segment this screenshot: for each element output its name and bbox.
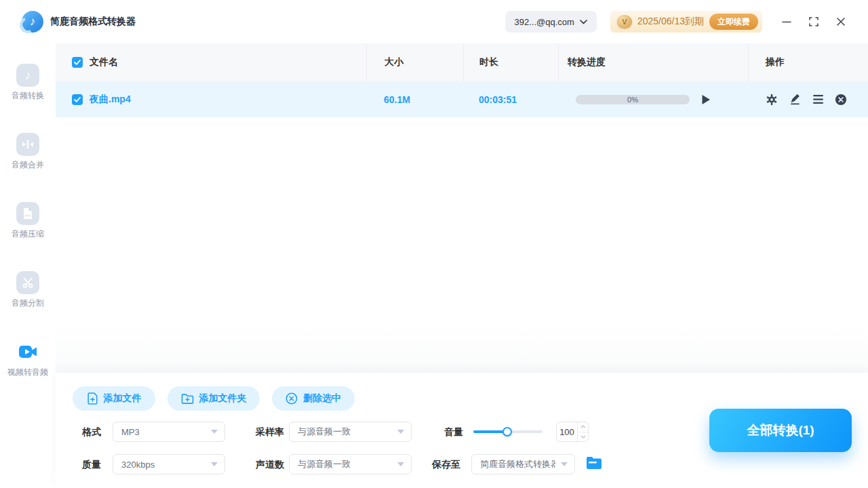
bottom-panel: 添加文件 添加文件夹 删除选中 格式 MP3 采样率 xyxy=(56,373,868,488)
window-controls xyxy=(776,11,852,33)
caret-down-icon xyxy=(211,462,218,466)
spinner-down-button[interactable] xyxy=(578,432,588,442)
account-label: 392...@qq.com xyxy=(515,17,574,27)
header-duration: 时长 xyxy=(463,43,558,81)
table-row[interactable]: 夜曲.mp4 60.1M 00:03:51 0% xyxy=(56,81,868,117)
row-actions xyxy=(748,94,847,106)
renew-button[interactable]: 立即续费 xyxy=(709,14,758,30)
sidebar-item-audio-convert[interactable]: ♪ 音频转换 xyxy=(12,64,44,102)
sidebar-item-label: 视频转音频 xyxy=(7,367,48,378)
minimize-button[interactable] xyxy=(776,11,797,33)
app-logo-icon: ♪ xyxy=(22,11,43,33)
volume-slider[interactable] xyxy=(473,422,542,442)
gear-icon xyxy=(766,94,778,106)
scissors-icon xyxy=(16,271,39,294)
sample-rate-dropdown[interactable]: 与源音频一致 xyxy=(289,422,412,442)
settings-button[interactable] xyxy=(766,94,778,106)
app-title: 简鹿音频格式转换器 xyxy=(50,16,136,28)
volume-spinner xyxy=(577,422,588,441)
pencil-icon xyxy=(789,94,801,105)
channels-value: 与源音频一致 xyxy=(298,458,351,470)
details-button[interactable] xyxy=(812,94,824,106)
save-to-dropdown[interactable]: 简鹿音频格式转换器 xyxy=(471,454,575,474)
check-icon xyxy=(74,60,81,65)
file-size: 60.1M xyxy=(366,81,463,117)
caret-down-icon xyxy=(561,462,568,466)
add-folder-label: 添加文件夹 xyxy=(199,392,247,405)
brand: ♪ 简鹿音频格式转换器 xyxy=(22,11,136,33)
file-duration: 00:03:51 xyxy=(463,81,558,117)
volume-label: 音量 xyxy=(444,422,463,442)
sidebar-item-audio-split[interactable]: 音频分割 xyxy=(12,271,44,309)
close-button[interactable] xyxy=(830,11,852,33)
vip-badge-icon: V xyxy=(617,15,632,28)
sidebar-item-label: 音频分割 xyxy=(12,298,44,309)
play-button[interactable] xyxy=(700,94,712,106)
vip-expiry-text: 2025/06/13到期 xyxy=(637,16,704,28)
add-file-button[interactable]: 添加文件 xyxy=(73,386,155,411)
app-window: ♪ 简鹿音频格式转换器 392...@qq.com V 2025/06/13到期… xyxy=(0,0,868,488)
header-filename: 文件名 xyxy=(90,56,118,68)
format-value: MP3 xyxy=(121,427,140,437)
header-size: 大小 xyxy=(366,43,463,81)
volume-value: 100 xyxy=(557,422,577,441)
maximize-icon xyxy=(809,17,818,26)
caret-down-icon xyxy=(397,462,404,466)
sample-rate-label: 采样率 xyxy=(256,422,284,442)
merge-icon xyxy=(16,133,39,156)
file-list-area xyxy=(56,117,868,373)
compress-icon xyxy=(16,202,39,225)
check-icon xyxy=(74,97,81,102)
music-note-icon: ♪ xyxy=(16,64,39,87)
close-circle-icon xyxy=(835,94,847,106)
row-checkbox[interactable] xyxy=(72,94,83,105)
header-actions: 操作 xyxy=(748,43,868,81)
spinner-up-button[interactable] xyxy=(578,422,588,432)
quality-value: 320kbps xyxy=(121,460,155,470)
file-name: 夜曲.mp4 xyxy=(90,94,131,106)
delete-selected-button[interactable]: 删除选中 xyxy=(272,386,355,411)
slider-thumb[interactable] xyxy=(502,427,512,436)
select-all-checkbox[interactable] xyxy=(72,57,83,68)
add-folder-button[interactable]: 添加文件夹 xyxy=(167,386,260,411)
titlebar-right: 392...@qq.com V 2025/06/13到期 立即续费 xyxy=(505,11,852,33)
add-folder-icon xyxy=(181,393,194,405)
add-file-label: 添加文件 xyxy=(104,392,142,405)
title-bar: ♪ 简鹿音频格式转换器 392...@qq.com V 2025/06/13到期… xyxy=(0,0,868,43)
open-folder-button[interactable] xyxy=(586,456,602,472)
close-icon xyxy=(836,17,846,26)
sidebar-item-label: 音频合并 xyxy=(12,159,44,171)
main-content: 文件名 大小 时长 转换进度 操作 夜曲.mp4 60.1M 00:03:51 xyxy=(56,43,868,488)
sample-rate-value: 与源音频一致 xyxy=(298,426,351,438)
progress-bar: 0% xyxy=(576,95,690,104)
sidebar-item-audio-compress[interactable]: 音频压缩 xyxy=(12,202,44,240)
channels-dropdown[interactable]: 与源音频一致 xyxy=(289,454,412,474)
convert-all-button[interactable]: 全部转换(1) xyxy=(709,409,852,452)
account-dropdown[interactable]: 392...@qq.com xyxy=(505,11,597,33)
sidebar-item-label: 音频转换 xyxy=(12,90,44,102)
sidebar-item-audio-merge[interactable]: 音频合并 xyxy=(12,133,44,171)
volume-input[interactable]: 100 xyxy=(556,422,589,442)
play-icon xyxy=(701,94,711,105)
format-label: 格式 xyxy=(82,422,101,442)
save-to-label: 保存至 xyxy=(432,454,460,474)
video-camera-icon xyxy=(16,340,39,363)
remove-button[interactable] xyxy=(835,94,847,106)
table-header: 文件名 大小 时长 转换进度 操作 xyxy=(56,43,868,81)
header-progress: 转换进度 xyxy=(558,43,748,81)
chevron-down-icon xyxy=(580,435,586,439)
progress-label: 0% xyxy=(576,95,690,104)
chevron-down-icon xyxy=(580,20,587,24)
format-dropdown[interactable]: MP3 xyxy=(113,422,225,442)
sidebar-item-video-to-audio[interactable]: 视频转音频 xyxy=(7,340,48,378)
edit-button[interactable] xyxy=(789,94,801,106)
maximize-button[interactable] xyxy=(803,11,825,33)
caret-down-icon xyxy=(211,430,218,434)
delete-selected-label: 删除选中 xyxy=(303,392,341,405)
channels-label: 声道数 xyxy=(256,454,284,474)
chevron-up-icon xyxy=(580,425,586,428)
list-icon xyxy=(812,94,824,104)
quality-dropdown[interactable]: 320kbps xyxy=(113,454,225,474)
caret-down-icon xyxy=(397,430,404,434)
folder-icon xyxy=(586,456,602,470)
